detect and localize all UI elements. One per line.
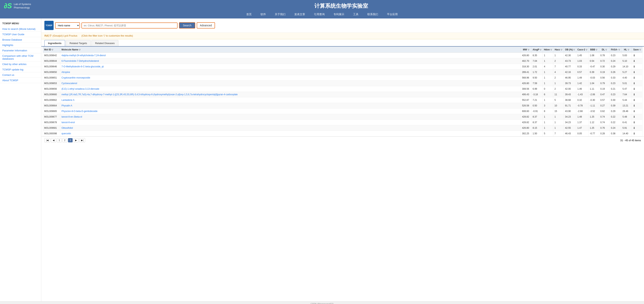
fasa-sort-icon[interactable]: ▽ (618, 49, 620, 51)
hacc-sort-icon[interactable]: ▽ (561, 49, 562, 51)
save-download-icon[interactable]: ⬇ (633, 98, 635, 102)
cell-bbb: -3.52 (588, 108, 599, 114)
cell-dl: 0.72 (599, 58, 610, 64)
sidebar-item-comparison[interactable]: Comparison with other TCM databases (0, 53, 41, 62)
cell-molid: MOL009662 (43, 97, 60, 103)
hl-sort-icon[interactable]: ▽ (628, 49, 629, 51)
bbb-sort-icon[interactable]: ▽ (596, 49, 597, 51)
tab-related-diseases[interactable]: Related Diseases (92, 40, 118, 46)
cell-caco2: 1.42 (576, 81, 588, 86)
molecule-link[interactable]: lanost-8-enol (62, 121, 75, 124)
save-sort-icon[interactable]: ▽ (640, 49, 641, 51)
nav-home[interactable]: 首页 (245, 12, 253, 17)
sidebar-item-highlights[interactable]: Highlights (0, 43, 41, 48)
cell-ob: 34.23 (564, 114, 576, 120)
cell-hacc: 1 (553, 125, 564, 131)
table-row: MOL009665 Physcion-8-O-beta-D-gentiobios… (43, 108, 642, 114)
advanced-button[interactable]: Advanced (197, 22, 215, 29)
cell-bbb: 1.08 (588, 53, 599, 58)
save-download-icon[interactable]: ⬇ (633, 87, 635, 90)
molecule-link[interactable]: (E,E)-1-ethyl octadeca-3,13-dienoate (62, 88, 99, 90)
molecule-link[interactable]: Cycloeucalenol (62, 82, 77, 85)
molecule-link[interactable]: lanost-8-en-3beta-ol (62, 115, 82, 118)
logo-area: ∂S Lab of Systems Pharmacology (4, 2, 42, 10)
save-download-icon[interactable]: ⬇ (633, 126, 635, 129)
page-last-btn[interactable]: ▶| (79, 138, 85, 142)
save-download-icon[interactable]: ⬇ (633, 110, 635, 113)
footer: CSDN @liwangyang522 (0, 301, 644, 304)
sidebar-item-browse-database[interactable]: Browse Database (0, 37, 41, 43)
search-button[interactable]: Search (179, 22, 195, 29)
mw-sort-icon[interactable]: ▽ (528, 49, 529, 51)
save-download-icon[interactable]: ⬇ (633, 71, 635, 74)
ob-sort-icon[interactable]: ▽ (573, 49, 575, 51)
save-download-icon[interactable]: ⬇ (633, 76, 635, 79)
page-1-btn[interactable]: 1 (57, 138, 62, 142)
sidebar-item-contact-us[interactable]: Contact us (0, 72, 41, 78)
save-download-icon[interactable]: ⬇ (633, 59, 635, 63)
save-download-icon[interactable]: ⬇ (633, 82, 635, 85)
molecule-link[interactable]: Lantadene A (62, 99, 74, 101)
search-type-select[interactable]: Herb name Molecule name Target name (56, 23, 80, 28)
search-input[interactable] (82, 23, 177, 28)
dl-sort-icon[interactable]: ▽ (606, 49, 607, 51)
nav-about[interactable]: 关于我们 (273, 12, 287, 17)
cell-bbb: 1.04 (588, 81, 599, 86)
molecule-link[interactable]: Obtusifoliol (62, 127, 73, 129)
save-download-icon[interactable]: ⬇ (633, 115, 635, 118)
nav-platform[interactable]: 平台应用 (386, 12, 399, 17)
cell-hdon: 1 (542, 58, 553, 64)
save-download-icon[interactable]: ⬇ (633, 93, 635, 96)
sidebar-item-about[interactable]: About TCMSP (0, 78, 41, 83)
save-download-icon[interactable]: ⬇ (633, 104, 635, 107)
page-2-btn[interactable]: 2 (62, 138, 67, 142)
cell-name: lanost-8-enol (60, 120, 521, 125)
molid-sort-icon[interactable]: ▽ (52, 49, 53, 51)
molecule-link[interactable]: Physalin A (62, 104, 72, 107)
page-next-btn[interactable]: ▶ (74, 138, 78, 142)
col-header-hacc: Hacc ▽ (553, 47, 564, 53)
name-sort-icon[interactable]: ▽ (79, 49, 80, 51)
nav: 首页 软件 关于我们 发表文章 引用查询 专利展示 工具 联系我们 平台应用 (0, 12, 644, 19)
alogp-sort-icon[interactable]: ▽ (540, 49, 542, 51)
tab-related-targets[interactable]: Related Targets (66, 40, 91, 46)
molecule-link[interactable]: methyl (1R,4aS,7R,7aS)-4a,7-dihydroxy-7-… (62, 93, 238, 96)
sidebar-item-cited-by[interactable]: Cited by other articles (0, 62, 41, 67)
nav-patent[interactable]: 专利展示 (332, 12, 346, 17)
molecule-link[interactable]: 7-O-Methylluteolin-6-C-beta-glucoside_qt (62, 65, 104, 68)
page-prev-btn[interactable]: ◀ (51, 138, 56, 142)
nav-contact[interactable]: 联系我们 (366, 12, 380, 17)
cell-hl: 5.47 (621, 86, 632, 92)
table-row: MOL009678 lanost-8-enol 428.82 8.37 1 1 … (43, 120, 642, 125)
save-download-icon[interactable]: ⬇ (633, 65, 635, 68)
molecule-link[interactable]: Physcion-8-O-beta-D-gentiobioside (62, 110, 98, 112)
cell-hacc: 10 (553, 103, 564, 108)
cell-bbb: 1.12 (588, 120, 599, 125)
save-download-icon[interactable]: ⬇ (633, 132, 635, 135)
nav-tools[interactable]: 工具 (352, 12, 360, 17)
hdon-sort-icon[interactable]: ▽ (550, 49, 552, 51)
molecule-link[interactable]: Atropine (62, 71, 70, 74)
molecule-link[interactable]: 4alpha-methyl-24-ethylcholesta-7,24-dien… (62, 54, 106, 57)
cell-fasa: 0.22 (610, 114, 621, 120)
caco2-sort-icon[interactable]: ▽ (586, 49, 587, 51)
sidebar-item-parameter-info[interactable]: Parameter Information (0, 48, 41, 53)
molecule-link[interactable]: Cryptoxanthin monoepoxide (62, 76, 90, 79)
page-3-btn[interactable]: 3 (68, 138, 73, 142)
save-download-icon[interactable]: ⬇ (633, 121, 635, 124)
nav-citation[interactable]: 引用查询 (312, 12, 326, 17)
page-first-btn[interactable]: |◀ (44, 138, 50, 142)
cell-save: ⬇ (632, 58, 642, 64)
cell-mw: 426.80 (521, 53, 532, 58)
nav-papers[interactable]: 发表文章 (293, 12, 307, 17)
molecule-link[interactable]: 6-Fluoroindole-7-Dehydrocholesterol (62, 60, 99, 62)
save-download-icon[interactable]: ⬇ (633, 54, 635, 57)
tab-ingredients[interactable]: Ingredients (44, 40, 65, 46)
header: ∂S Lab of Systems Pharmacology 计算系统生物学实验… (0, 0, 644, 12)
sidebar-item-update-log[interactable]: TCMSP update log (0, 67, 41, 72)
molecule-link[interactable]: quercetin (62, 132, 71, 135)
nav-software[interactable]: 软件 (259, 12, 268, 17)
cell-save: ⬇ (632, 64, 642, 69)
sidebar-item-how-to-search[interactable]: How to search (Movie tutorial) (0, 26, 41, 32)
sidebar-item-user-guide[interactable]: TCMSP User Guide (0, 32, 41, 37)
